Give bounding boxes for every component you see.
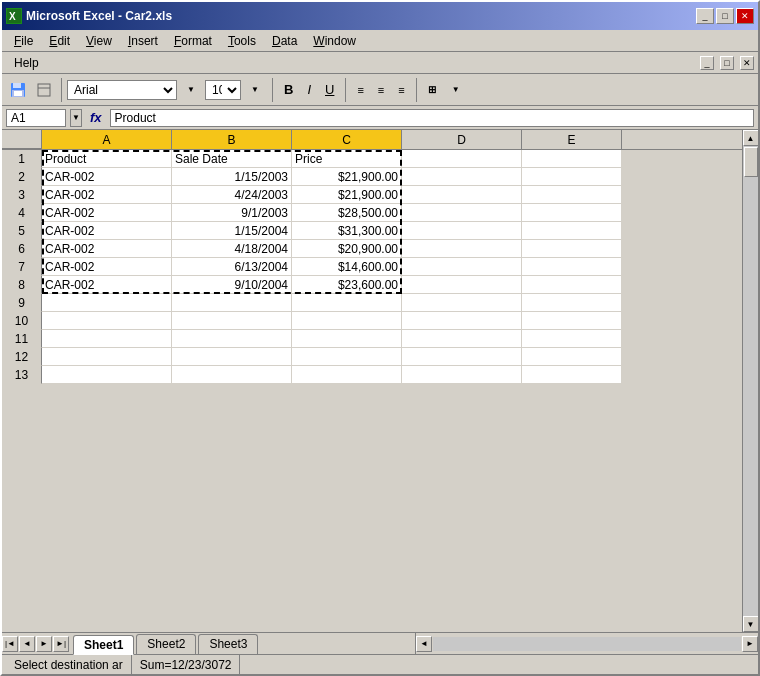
cell[interactable]	[42, 294, 172, 312]
scroll-thumb[interactable]	[744, 147, 758, 177]
menu-file[interactable]: File	[6, 32, 41, 50]
cell-ref-dropdown[interactable]: ▼	[70, 109, 82, 127]
row-header[interactable]: 12	[2, 348, 42, 366]
cell[interactable]	[402, 330, 522, 348]
close-button[interactable]: ✕	[736, 8, 754, 24]
cell[interactable]: $20,900.00	[292, 240, 402, 258]
first-sheet-btn[interactable]: |◄	[2, 636, 18, 652]
cell[interactable]	[522, 168, 622, 186]
cell[interactable]: $31,300.00	[292, 222, 402, 240]
cell[interactable]: $23,600.00	[292, 276, 402, 294]
cell[interactable]: CAR-002	[42, 276, 172, 294]
border-button[interactable]: ⊞	[422, 78, 442, 102]
align-center-button[interactable]: ≡	[372, 78, 390, 102]
cell[interactable]: 1/15/2003	[172, 168, 292, 186]
menu-insert[interactable]: Insert	[120, 32, 166, 50]
cell[interactable]: CAR-002	[42, 258, 172, 276]
font-size-dropdown-btn[interactable]: ▼	[243, 78, 267, 102]
cell[interactable]	[402, 294, 522, 312]
h-scroll-right-btn[interactable]: ►	[742, 636, 758, 652]
cell[interactable]: CAR-002	[42, 222, 172, 240]
row-header[interactable]: 10	[2, 312, 42, 330]
cell[interactable]	[402, 240, 522, 258]
cell[interactable]	[292, 330, 402, 348]
cell[interactable]	[522, 348, 622, 366]
cell[interactable]	[292, 348, 402, 366]
menu-view[interactable]: View	[78, 32, 120, 50]
cell[interactable]	[522, 240, 622, 258]
cell[interactable]	[402, 186, 522, 204]
cell[interactable]	[292, 312, 402, 330]
border-dropdown-btn[interactable]: ▼	[444, 78, 468, 102]
cell[interactable]	[172, 348, 292, 366]
prev-sheet-btn[interactable]: ◄	[19, 636, 35, 652]
cell[interactable]: $21,900.00	[292, 186, 402, 204]
font-size-selector[interactable]: 10	[205, 80, 241, 100]
align-left-button[interactable]: ≡	[351, 78, 369, 102]
menu-help[interactable]: Help	[6, 54, 47, 72]
help-minimize-btn[interactable]: _	[700, 56, 714, 70]
cell[interactable]	[292, 294, 402, 312]
toolbar-btn-2[interactable]	[32, 78, 56, 102]
h-scroll-track[interactable]	[433, 637, 741, 651]
cell[interactable]	[172, 294, 292, 312]
cell[interactable]	[402, 150, 522, 168]
formula-input[interactable]: Product	[110, 109, 754, 127]
cell[interactable]	[42, 330, 172, 348]
row-header[interactable]: 8	[2, 276, 42, 294]
cell[interactable]: 6/13/2004	[172, 258, 292, 276]
cell[interactable]	[402, 222, 522, 240]
sheet-tab-2[interactable]: Sheet2	[136, 634, 196, 654]
save-button[interactable]	[6, 78, 30, 102]
cell[interactable]	[42, 312, 172, 330]
cell[interactable]: Product	[42, 150, 172, 168]
sheet-tab-1[interactable]: Sheet1	[73, 635, 134, 655]
cell[interactable]: 9/1/2003	[172, 204, 292, 222]
menu-tools[interactable]: Tools	[220, 32, 264, 50]
cell[interactable]	[292, 366, 402, 384]
row-header[interactable]: 2	[2, 168, 42, 186]
col-header-a[interactable]: A	[42, 130, 172, 149]
maximize-button[interactable]: □	[716, 8, 734, 24]
h-scroll-left-btn[interactable]: ◄	[416, 636, 432, 652]
menu-format[interactable]: Format	[166, 32, 220, 50]
cell[interactable]	[172, 312, 292, 330]
cell[interactable]	[522, 150, 622, 168]
cell[interactable]	[402, 258, 522, 276]
cell[interactable]	[172, 366, 292, 384]
menu-data[interactable]: Data	[264, 32, 305, 50]
row-header[interactable]: 7	[2, 258, 42, 276]
row-header[interactable]: 11	[2, 330, 42, 348]
row-header[interactable]: 1	[2, 150, 42, 168]
scroll-track[interactable]	[743, 146, 759, 616]
font-selector[interactable]: Arial	[67, 80, 177, 100]
row-header[interactable]: 3	[2, 186, 42, 204]
row-header[interactable]: 6	[2, 240, 42, 258]
cell[interactable]	[522, 222, 622, 240]
row-header[interactable]: 5	[2, 222, 42, 240]
cell[interactable]	[402, 348, 522, 366]
menu-window[interactable]: Window	[305, 32, 364, 50]
bold-button[interactable]: B	[278, 78, 299, 102]
underline-button[interactable]: U	[319, 78, 340, 102]
italic-button[interactable]: I	[301, 78, 317, 102]
row-header[interactable]: 4	[2, 204, 42, 222]
col-header-e[interactable]: E	[522, 130, 622, 149]
row-header[interactable]: 13	[2, 366, 42, 384]
cell[interactable]	[402, 312, 522, 330]
cell[interactable]: CAR-002	[42, 168, 172, 186]
col-header-b[interactable]: B	[172, 130, 292, 149]
cell[interactable]	[42, 366, 172, 384]
cell[interactable]	[522, 276, 622, 294]
help-close-btn[interactable]: ✕	[740, 56, 754, 70]
cell[interactable]: Price	[292, 150, 402, 168]
cell[interactable]	[402, 168, 522, 186]
cell[interactable]	[522, 258, 622, 276]
col-header-c[interactable]: C	[292, 130, 402, 149]
help-restore-btn[interactable]: □	[720, 56, 734, 70]
cell[interactable]: 9/10/2004	[172, 276, 292, 294]
sheet-tab-3[interactable]: Sheet3	[198, 634, 258, 654]
cell[interactable]	[42, 348, 172, 366]
cell[interactable]	[522, 204, 622, 222]
minimize-button[interactable]: _	[696, 8, 714, 24]
